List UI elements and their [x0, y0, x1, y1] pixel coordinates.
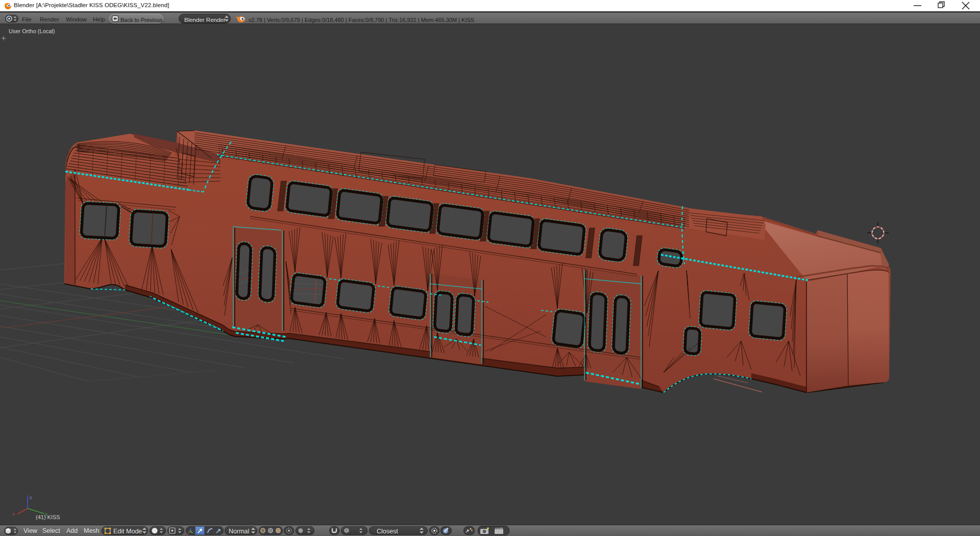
- svg-text:z: z: [30, 495, 32, 500]
- svg-text:x: x: [12, 511, 15, 517]
